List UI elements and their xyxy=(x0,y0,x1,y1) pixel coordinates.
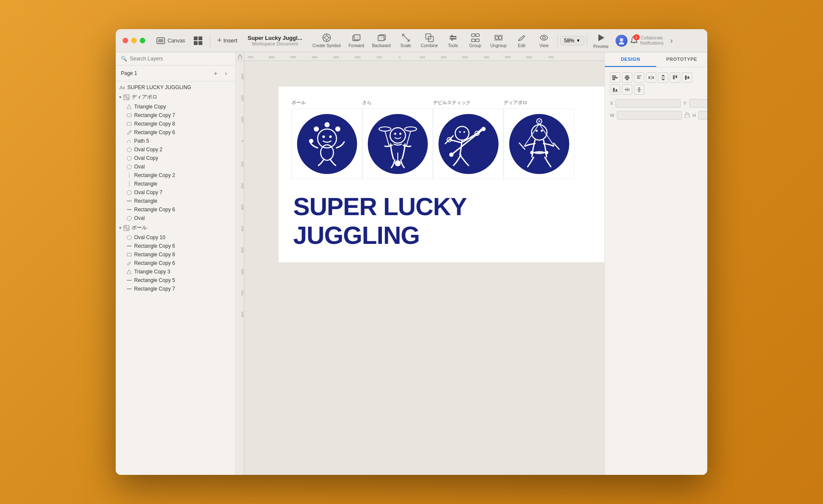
layer-rect-copy2[interactable]: Rectangle Copy 2 xyxy=(116,171,235,180)
svg-rect-9 xyxy=(354,35,360,40)
add-page-button[interactable]: + xyxy=(211,69,220,78)
backward-label: Backward xyxy=(372,43,391,48)
view-button[interactable]: View xyxy=(533,32,555,49)
edit-button[interactable]: Edit xyxy=(511,32,532,49)
distribute-h-button[interactable] xyxy=(646,72,656,83)
sidebar-search-header: 🔍 xyxy=(116,52,235,66)
layer-rect-copy5[interactable]: Rectangle Copy 5 xyxy=(116,276,235,285)
create-symbol-button[interactable]: Create Symbol xyxy=(309,32,344,49)
svg-point-102 xyxy=(538,120,540,122)
preview-button[interactable]: Preview xyxy=(590,31,612,50)
maximize-button[interactable] xyxy=(140,38,145,43)
align-top-button[interactable] xyxy=(670,72,680,83)
layer-oval[interactable]: Oval xyxy=(116,162,235,171)
svg-rect-23 xyxy=(496,36,498,39)
align-left-button[interactable] xyxy=(610,72,620,83)
layer-rect-line[interactable]: Rectangle xyxy=(116,197,235,205)
flip-h-button[interactable] xyxy=(622,84,632,95)
align-center-button[interactable] xyxy=(622,72,632,83)
page-chevron-button[interactable]: › xyxy=(222,69,230,78)
align-type-button[interactable] xyxy=(634,72,644,83)
prototype-tab[interactable]: PROTOTYPE xyxy=(656,52,708,67)
forward-button[interactable]: Forward xyxy=(345,32,368,49)
insert-button[interactable]: + Insert xyxy=(214,34,241,47)
design-tab[interactable]: DESIGN xyxy=(605,52,656,67)
juggling-card-ball: ボール xyxy=(291,99,362,179)
layer-triangle-copy[interactable]: Triangle Copy xyxy=(116,102,235,111)
view-icon xyxy=(539,33,549,42)
layer-rectangle[interactable]: Rectangle xyxy=(116,180,235,188)
distribute-v-button[interactable] xyxy=(658,72,668,83)
layer-path5[interactable]: Path 5 xyxy=(116,137,235,145)
svg-point-75 xyxy=(309,139,313,143)
sidebar: 🔍 Page 1 + › Aa SUPER LUCKY JUGGLING xyxy=(116,52,236,475)
search-input[interactable] xyxy=(130,56,230,62)
layer-oval-copy10[interactable]: Oval Copy 10 xyxy=(116,233,235,242)
layer-label: Rectangle xyxy=(134,181,157,187)
flip-v-button[interactable] xyxy=(634,84,644,95)
group-button[interactable]: Group xyxy=(465,32,486,49)
ungroup-button[interactable]: Ungroup xyxy=(487,32,510,49)
layer-rect-copy8-g2[interactable]: Rectangle Copy 8 xyxy=(116,250,235,259)
layer-group-diabolos[interactable]: ▾ ディアポロ xyxy=(116,92,235,102)
svg-rect-32 xyxy=(125,96,126,97)
y-input[interactable] xyxy=(689,99,707,108)
backward-button[interactable]: Backward xyxy=(369,32,394,49)
canvas-area[interactable]: -700 -600 -500 -400 -300 -200 -100 0 100… xyxy=(236,52,604,475)
minimize-button[interactable] xyxy=(131,38,137,43)
svg-text:800: 800 xyxy=(240,311,244,317)
w-input[interactable] xyxy=(617,111,682,120)
svg-text:400: 400 xyxy=(484,55,490,59)
h-input[interactable] xyxy=(698,111,707,120)
layer-item-text[interactable]: Aa SUPER LUCKY JUGGLING xyxy=(116,83,235,92)
svg-rect-18 xyxy=(472,34,475,36)
layer-rect-copy7[interactable]: Rectangle Copy 7 xyxy=(116,111,235,120)
layer-oval-copy7[interactable]: Oval Copy 7 xyxy=(116,188,235,197)
scale-button[interactable]: Scale xyxy=(395,32,417,49)
app-window: Canvas + Insert Super Lucky Juggl... Wor… xyxy=(116,29,707,475)
layer-rect-copy6-g2[interactable]: Rectangle Copy 6 xyxy=(116,242,235,250)
svg-text:-400: -400 xyxy=(311,55,318,59)
zoom-control[interactable]: 58% ▼ xyxy=(560,36,584,45)
x-input[interactable] xyxy=(616,99,681,108)
layer-oval-copy2[interactable]: Oval Copy 2 xyxy=(116,145,235,154)
svg-point-93 xyxy=(449,153,454,157)
grid-view-button[interactable] xyxy=(189,35,207,47)
doc-name: Super Lucky Juggl... xyxy=(248,35,302,41)
svg-point-99 xyxy=(535,129,538,132)
layer-rect-copy6-g2b[interactable]: Rectangle Copy 6 xyxy=(116,259,235,267)
svg-marker-26 xyxy=(598,34,604,41)
tools-button[interactable]: Tools xyxy=(442,32,464,49)
expand-button[interactable]: › xyxy=(667,35,676,46)
main-content: 🔍 Page 1 + › Aa SUPER LUCKY JUGGLING xyxy=(116,52,707,475)
layer-rect-copy6-line[interactable]: Rectangle Copy 6 xyxy=(116,205,235,214)
layer-group-ball[interactable]: ▾ ボール xyxy=(116,222,235,233)
svg-point-69 xyxy=(322,135,325,138)
layer-rect-copy7-g2[interactable]: Rectangle Copy 7 xyxy=(116,285,235,293)
layer-oval-bottom[interactable]: Oval xyxy=(116,214,235,222)
layer-label: Path 5 xyxy=(134,138,149,144)
combine-button[interactable]: Combine xyxy=(418,32,442,49)
layer-oval-copy[interactable]: Oval Copy xyxy=(116,154,235,162)
notification-area: 1 xyxy=(629,35,639,46)
collaborate-avatar xyxy=(616,35,628,47)
align-bottom-button[interactable] xyxy=(610,84,620,95)
close-button[interactable] xyxy=(123,38,128,43)
scale-label: Scale xyxy=(400,43,411,48)
svg-point-74 xyxy=(335,126,340,132)
svg-text:500: 500 xyxy=(240,247,244,253)
ruler-left: -300 -200 -100 0 100 200 300 400 500 600… xyxy=(236,61,244,475)
canvas-view-button[interactable]: Canvas xyxy=(152,36,189,46)
oval-icon xyxy=(126,147,132,153)
lock-ratio-icon xyxy=(685,112,690,119)
combine-icon xyxy=(425,33,434,42)
align-middle-button[interactable] xyxy=(682,72,692,83)
svg-text:-300: -300 xyxy=(332,55,339,59)
layer-label: Rectangle Copy 2 xyxy=(134,172,175,178)
layer-rect-copy8[interactable]: Rectangle Copy 8 xyxy=(116,120,235,128)
preview-label: Preview xyxy=(593,44,609,49)
layer-rect-copy6[interactable]: Rectangle Copy 6 xyxy=(116,128,235,137)
layers-list: Aa SUPER LUCKY JUGGLING ▾ ディアポロ xyxy=(116,81,235,475)
layer-triangle-copy3[interactable]: Triangle Copy 3 xyxy=(116,267,235,276)
card-label-plate: さら xyxy=(362,99,372,106)
